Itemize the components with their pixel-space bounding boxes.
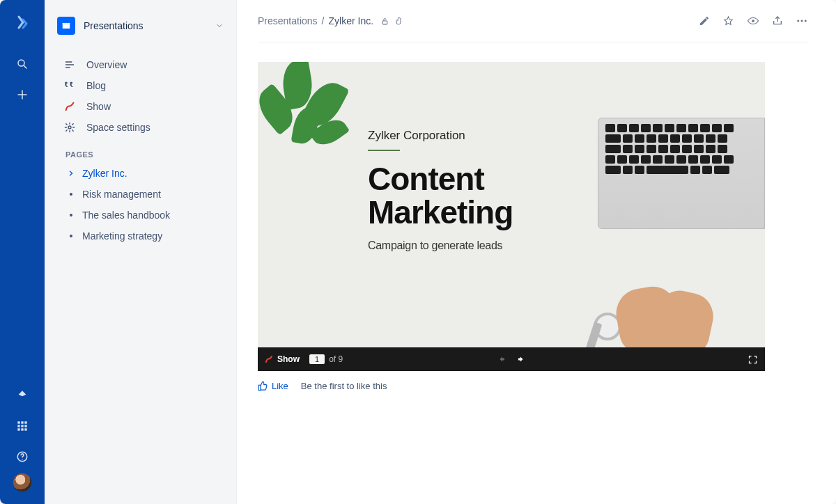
create-icon[interactable] xyxy=(8,81,36,109)
presentation-slide: Zylker Corporation Content Marketing Cam… xyxy=(258,62,765,347)
svg-point-25 xyxy=(805,20,807,22)
svg-rect-16 xyxy=(63,23,70,24)
breadcrumb-separator: / xyxy=(322,15,325,26)
share-icon[interactable] xyxy=(772,15,783,27)
nav-space-settings-label: Space settings xyxy=(86,122,150,133)
show-icon xyxy=(64,101,79,112)
next-slide-icon[interactable] xyxy=(516,355,526,363)
header-divider xyxy=(258,42,808,42)
restrictions-unlocked-icon[interactable] xyxy=(380,17,389,26)
slide-title-line2: Marketing xyxy=(368,194,513,230)
search-icon[interactable] xyxy=(8,50,36,78)
slide-title-line1: Content xyxy=(368,161,484,197)
help-icon[interactable] xyxy=(8,443,36,471)
overview-icon xyxy=(64,59,79,70)
page-total-number: 9 xyxy=(338,354,343,364)
apps-icon[interactable] xyxy=(8,412,36,440)
nav-blog-label: Blog xyxy=(86,80,106,91)
breadcrumb-current: Zylker Inc. xyxy=(329,15,374,26)
space-avatar-icon xyxy=(57,17,75,35)
svg-rect-26 xyxy=(258,385,261,391)
watch-icon[interactable] xyxy=(747,15,759,27)
svg-point-14 xyxy=(22,459,23,460)
player-brand: Show xyxy=(265,354,300,364)
svg-point-0 xyxy=(18,60,24,66)
nav-show-label: Show xyxy=(86,101,111,112)
like-hint: Be the first to like this xyxy=(301,381,387,391)
svg-rect-9 xyxy=(24,425,26,427)
sidebar-page-risk[interactable]: Risk management xyxy=(45,184,236,205)
svg-rect-4 xyxy=(17,421,20,423)
sidebar-page-zylker[interactable]: Zylker Inc. xyxy=(45,163,236,184)
decorative-laptop-image xyxy=(598,118,765,257)
gear-icon xyxy=(64,122,79,133)
blog-icon xyxy=(64,80,79,91)
decorative-hands-image xyxy=(605,264,723,347)
fullscreen-icon[interactable] xyxy=(748,354,758,365)
nav-blog[interactable]: Blog xyxy=(45,75,236,96)
svg-point-20 xyxy=(68,126,71,129)
svg-line-1 xyxy=(24,65,26,68)
space-sidebar: Presentations Overview Blog Show Space s… xyxy=(45,0,237,504)
attachments-icon[interactable] xyxy=(395,17,403,26)
svg-rect-12 xyxy=(24,428,26,430)
main-content: Presentations / Zylker Inc. Zylker Corpo… xyxy=(237,0,836,504)
page-header: Presentations / Zylker Inc. xyxy=(258,0,808,42)
chevron-down-icon xyxy=(215,22,224,30)
sidebar-page-sales[interactable]: The sales handbook xyxy=(45,205,236,226)
breadcrumb: Presentations / Zylker Inc. xyxy=(258,15,403,26)
page-actions xyxy=(699,15,808,27)
decorative-plant-image xyxy=(258,62,371,162)
page-of-label: of xyxy=(329,354,336,364)
star-icon[interactable] xyxy=(722,15,734,27)
svg-point-22 xyxy=(752,19,754,22)
like-button[interactable]: Like xyxy=(258,381,288,391)
slide-accent-line xyxy=(368,150,400,151)
sidebar-page-label: The sales handbook xyxy=(82,210,170,221)
notifications-icon[interactable] xyxy=(8,381,36,409)
chevron-right-icon xyxy=(65,170,77,177)
profile-avatar[interactable] xyxy=(13,473,31,491)
svg-rect-6 xyxy=(24,421,26,423)
breadcrumb-root[interactable]: Presentations xyxy=(258,15,318,26)
prev-slide-icon xyxy=(497,355,506,363)
slide-title: Content Marketing xyxy=(368,162,513,230)
nav-overview-label: Overview xyxy=(86,59,127,70)
svg-rect-8 xyxy=(21,425,23,427)
sidebar-page-label: Risk management xyxy=(82,189,161,200)
svg-rect-21 xyxy=(382,20,387,24)
svg-rect-7 xyxy=(17,425,20,427)
global-rail xyxy=(0,0,45,504)
slide-company: Zylker Corporation xyxy=(368,129,513,143)
player-toolbar: Show 1 of 9 xyxy=(258,347,765,371)
sidebar-page-marketing[interactable]: Marketing strategy xyxy=(45,226,236,246)
nav-overview[interactable]: Overview xyxy=(45,54,236,75)
edit-icon[interactable] xyxy=(699,15,710,27)
svg-rect-5 xyxy=(21,421,23,423)
svg-rect-10 xyxy=(17,428,20,430)
player-brand-label: Show xyxy=(277,354,300,364)
svg-point-24 xyxy=(801,20,803,22)
page-total: of 9 xyxy=(329,354,343,364)
sidebar-page-label: Marketing strategy xyxy=(82,230,162,242)
svg-rect-11 xyxy=(21,428,23,430)
sidebar-page-label: Zylker Inc. xyxy=(82,168,127,179)
space-name: Presentations xyxy=(84,20,215,31)
app-logo-icon[interactable] xyxy=(14,14,31,31)
pages-header: PAGES xyxy=(45,138,236,163)
bullet-icon xyxy=(65,235,77,237)
bullet-icon xyxy=(65,214,77,216)
page-number-input[interactable]: 1 xyxy=(309,354,325,364)
space-selector[interactable]: Presentations xyxy=(45,13,236,39)
nav-space-settings[interactable]: Space settings xyxy=(45,117,236,138)
nav-show[interactable]: Show xyxy=(45,96,236,117)
like-button-label: Like xyxy=(272,381,288,391)
svg-point-23 xyxy=(797,20,799,22)
more-icon[interactable] xyxy=(796,15,808,27)
slide-subtitle: Campaign to generate leads xyxy=(368,239,513,252)
bullet-icon xyxy=(65,193,77,196)
